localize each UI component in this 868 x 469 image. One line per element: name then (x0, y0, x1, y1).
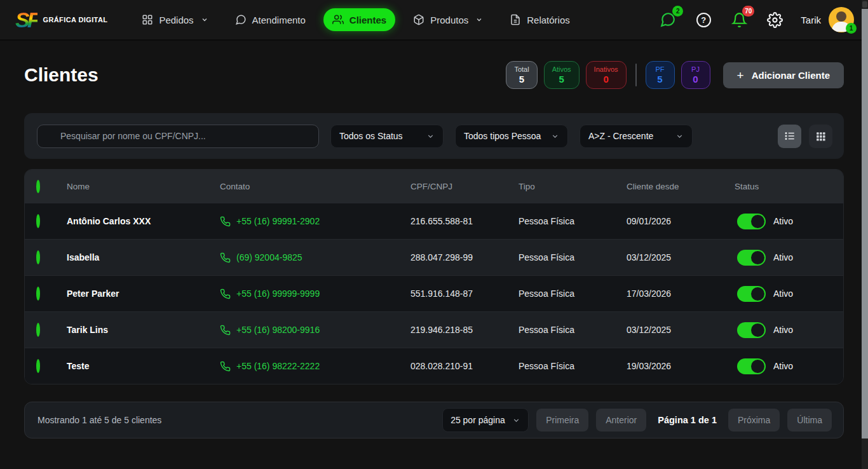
status-toggle[interactable] (737, 250, 766, 266)
nav-item-pedidos[interactable]: Pedidos (133, 8, 217, 31)
per-page-dropdown[interactable]: 25 por página (442, 408, 529, 432)
table-row[interactable]: Teste +55 (16) 98222-2222 028.028.210-91… (25, 348, 843, 384)
client-phone-link[interactable]: (69) 92004-9825 (220, 252, 410, 263)
first-page-button[interactable]: Primeira (536, 409, 588, 432)
notifications-button[interactable]: 70 (729, 10, 749, 29)
add-client-label: Adicionar Cliente (752, 70, 830, 81)
settings-button[interactable] (765, 10, 784, 29)
stat-pf[interactable]: PF 5 (646, 61, 675, 89)
column-header-tipo: Tipo (519, 182, 627, 191)
main-menu: Pedidos Atendimento Clientes (133, 8, 578, 31)
client-phone-link[interactable]: +55 (16) 99999-9999 (220, 289, 410, 299)
table-row[interactable]: Peter Parker +55 (16) 99999-9999 551.916… (25, 275, 843, 311)
package-icon (413, 14, 424, 25)
status-label: Ativo (773, 361, 793, 371)
person-type-filter-value: Todos tipos Pessoa (464, 131, 541, 141)
row-select-circle[interactable] (36, 323, 40, 337)
nav-item-atendimento[interactable]: Atendimento (226, 8, 315, 31)
table-row[interactable]: Isabella (69) 92004-9825 288.047.298-99 … (25, 239, 843, 275)
gear-icon (767, 12, 783, 28)
search-input[interactable] (37, 125, 319, 148)
prev-page-button[interactable]: Anterior (596, 409, 646, 432)
client-doc: 219.946.218-85 (410, 325, 519, 335)
row-select-circle[interactable] (36, 287, 40, 301)
client-phone-link[interactable]: +55 (16) 99991-2902 (220, 216, 410, 227)
chat-icon (235, 14, 247, 25)
chevron-down-icon (675, 132, 684, 140)
last-page-button[interactable]: Última (787, 409, 832, 432)
stat-total[interactable]: Total 5 (506, 61, 537, 89)
scrollbar-up-arrow[interactable] (862, 1, 867, 8)
client-type: Pessoa Física (519, 252, 627, 262)
client-doc: 288.047.298-99 (410, 252, 519, 262)
grid-icon (142, 14, 153, 25)
list-icon (784, 130, 796, 142)
nav-item-relatorios[interactable]: Relatórios (501, 8, 579, 31)
nav-actions: 2 ? 70 Tarik 1 (658, 7, 854, 32)
nav-item-label: Pedidos (159, 15, 193, 25)
nav-item-produtos[interactable]: Produtos (404, 8, 492, 31)
stat-ativos[interactable]: Ativos 5 (544, 61, 580, 89)
row-select-circle[interactable] (36, 250, 40, 264)
stat-label: Ativos (552, 65, 571, 74)
column-header-contato: Contato (220, 182, 410, 191)
brand-logo-icon: SF (15, 9, 37, 31)
client-phone: +55 (16) 99999-9999 (236, 289, 320, 299)
status-filter-dropdown[interactable]: Todos os Status (330, 125, 444, 148)
table-header: Nome Contato CPF/CNPJ Tipo Cliente desde… (25, 170, 843, 203)
add-client-button[interactable]: + Adicionar Cliente (723, 62, 844, 88)
chevron-down-icon (551, 132, 559, 140)
client-since: 03/12/2025 (627, 325, 735, 335)
person-type-filter-dropdown[interactable]: Todos tipos Pessoa (455, 125, 568, 148)
client-phone: +55 (16) 98222-2222 (236, 361, 320, 371)
app-window: SF GRÁFICA DIGITAL Pedidos Atendimento (0, 0, 868, 469)
client-name: Tarik Lins (67, 325, 220, 335)
table-body: Antônio Carlos XXX +55 (16) 99991-2902 2… (25, 203, 843, 384)
table-row[interactable]: Antônio Carlos XXX +55 (16) 99991-2902 2… (25, 203, 843, 239)
column-header-status: Status (735, 182, 843, 191)
pager-controls: 25 por página Primeira Anterior Página 1… (442, 408, 832, 432)
list-view-button[interactable] (778, 125, 801, 148)
client-since: 03/12/2025 (627, 252, 735, 262)
table-row[interactable]: Tarik Lins +55 (16) 98200-9916 219.946.2… (25, 311, 843, 348)
stat-inativos[interactable]: Inativos 0 (586, 61, 627, 89)
stat-value: 5 (654, 74, 667, 85)
brand-name: GRÁFICA DIGITAL (43, 16, 107, 24)
client-phone-link[interactable]: +55 (16) 98200-9916 (220, 325, 410, 336)
nav-item-clientes[interactable]: Clientes (323, 8, 395, 31)
stat-value: 0 (689, 74, 702, 85)
brand-logo[interactable]: SF GRÁFICA DIGITAL (15, 9, 107, 31)
messages-button[interactable]: 2 (658, 10, 677, 29)
chevron-down-icon (201, 16, 208, 24)
row-select-circle[interactable] (36, 359, 40, 373)
scrollbar-thumb[interactable] (862, 9, 868, 438)
notifications-badge: 70 (742, 6, 754, 17)
status-label: Ativo (773, 216, 793, 226)
user-name: Tarik (801, 15, 821, 25)
per-page-value: 25 por página (451, 415, 505, 425)
help-button[interactable]: ? (694, 10, 713, 29)
phone-icon (220, 289, 231, 299)
chevron-down-icon (426, 132, 435, 140)
sort-dropdown[interactable]: A>Z - Crescente (580, 125, 693, 148)
grid-view-button[interactable] (809, 125, 832, 148)
user-menu[interactable]: Tarik 1 (801, 7, 854, 32)
status-label: Ativo (773, 289, 793, 299)
status-toggle[interactable] (737, 286, 766, 302)
nav-item-label: Produtos (430, 15, 468, 25)
help-icon: ? (696, 13, 711, 27)
page-title: Clientes (24, 64, 98, 86)
stat-pj[interactable]: PJ 0 (681, 61, 710, 89)
status-toggle[interactable] (737, 214, 766, 229)
status-toggle[interactable] (737, 358, 766, 374)
client-phone-link[interactable]: +55 (16) 98222-2222 (220, 361, 410, 372)
clients-table: Nome Contato CPF/CNPJ Tipo Cliente desde… (24, 169, 844, 384)
avatar: 1 (829, 7, 854, 32)
row-select-circle[interactable] (36, 214, 40, 228)
vertical-scrollbar[interactable] (862, 0, 868, 469)
next-page-button[interactable]: Próxima (728, 409, 780, 432)
page-content: Clientes Total 5 Ativos 5 Inativos 0 PF … (0, 41, 868, 438)
status-toggle[interactable] (737, 322, 766, 338)
select-all-circle[interactable] (36, 180, 40, 193)
phone-icon (220, 252, 231, 263)
